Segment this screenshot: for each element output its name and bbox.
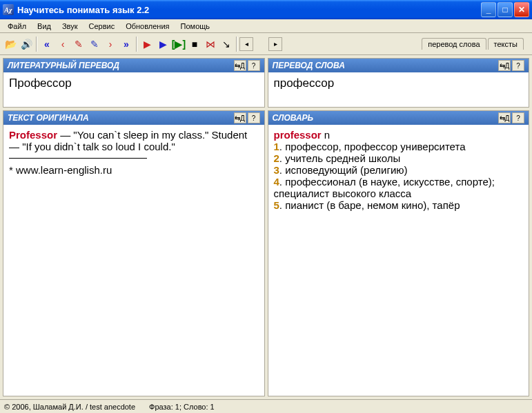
panel-wordtrans-help-button[interactable]: ?	[512, 60, 524, 71]
close-button[interactable]: ✕	[514, 2, 529, 17]
play-red-icon[interactable]: ▶	[139, 37, 155, 52]
panel-dictionary-title: СЛОВАРЬ	[273, 113, 497, 123]
panel-original-header: ТЕКСТ ОРИГИНАЛА ⇆Д ?	[3, 111, 264, 125]
open-icon[interactable]: 📂	[3, 37, 18, 52]
panel-literary-header: ЛИТЕРАТУРНЫЙ ПЕРЕВОД ⇆Д ?	[3, 59, 264, 72]
literary-text: Профессор	[9, 77, 72, 90]
panel-dictionary: СЛОВАРЬ ⇆Д ? professor n 1. профессор, п…	[268, 110, 530, 396]
nav-next-icon[interactable]: ›	[103, 37, 118, 52]
status-copyright: © 2006, Шаламай Д.И. / test anecdote	[4, 403, 135, 411]
menu-service[interactable]: Сервис	[84, 21, 120, 32]
wordtrans-text: профессор	[274, 77, 335, 90]
status-phrase: Фраза: 1; Слово: 1	[149, 403, 215, 411]
separator	[236, 37, 237, 52]
play-bracket-icon[interactable]: [▶]	[171, 37, 186, 52]
menu-file[interactable]: Файл	[3, 21, 31, 32]
panel-original: ТЕКСТ ОРИГИНАЛА ⇆Д ? Professor — "You ca…	[3, 110, 265, 396]
dict-num-3: 3	[274, 164, 279, 176]
panel-dictionary-body: professor n 1. профессор, профессор унив…	[268, 125, 529, 396]
dict-def-2: . учитель средней школы	[279, 152, 400, 164]
panel-wordtrans-swap-button[interactable]: ⇆Д	[498, 60, 511, 71]
statusbar: © 2006, Шаламай Д.И. / test anecdote Фра…	[0, 399, 532, 413]
panel-original-title: ТЕКСТ ОРИГИНАЛА	[8, 113, 233, 123]
scroll-left-button[interactable]: ◂	[239, 37, 253, 51]
panel-wordtrans: ПЕРЕВОД СЛОВА ⇆Д ? профессор	[268, 58, 530, 108]
content-grid: ЛИТЕРАТУРНЫЙ ПЕРЕВОД ⇆Д ? Профессор ПЕРЕ…	[0, 55, 532, 399]
flag-icon[interactable]: ↘	[219, 37, 234, 52]
panel-literary-help-button[interactable]: ?	[248, 60, 260, 71]
dict-def-3: . исповедующий (религию)	[279, 164, 408, 176]
dict-num-2: 2	[274, 152, 279, 164]
dict-num-4: 4	[274, 176, 279, 188]
separator-line	[9, 158, 147, 159]
panel-literary-body: Профессор	[3, 72, 264, 107]
maximize-button[interactable]: □	[497, 2, 513, 17]
scroll-right-button[interactable]: ▸	[268, 37, 282, 51]
mute-icon[interactable]: ⋈	[203, 37, 218, 52]
dict-pos: n	[322, 129, 331, 141]
panel-original-help-button[interactable]: ?	[248, 112, 260, 123]
dict-headword: professor	[274, 129, 322, 141]
panel-wordtrans-title: ПЕРЕВОД СЛОВА	[273, 61, 497, 70]
nav-last-icon[interactable]: »	[119, 37, 134, 52]
nav-first-icon[interactable]: «	[39, 37, 55, 52]
panel-dictionary-swap-button[interactable]: ⇆Д	[498, 112, 511, 123]
dict-def-4: . профессионал (в науке, искусстве, спор…	[274, 176, 495, 199]
dict-num-1: 1	[274, 141, 279, 152]
toolbar: 📂 🔊 « ‹ ✎ ✎ › » ▶ ▶ [▶] ■ ⋈ ↘ ◂ ▸ перево…	[0, 33, 532, 55]
tab-texts[interactable]: тексты	[488, 38, 524, 50]
dict-def-1: . профессор, профессор университета	[279, 141, 466, 152]
panel-literary: ЛИТЕРАТУРНЫЙ ПЕРЕВОД ⇆Д ? Профессор	[3, 58, 265, 108]
menu-help[interactable]: Помощь	[176, 21, 215, 32]
speaker-icon[interactable]: 🔊	[19, 37, 34, 52]
balloon-blue-icon[interactable]: ✎	[87, 37, 102, 52]
menubar: Файл Вид Звук Сервис Обновления Помощь	[0, 19, 532, 33]
dict-num-5: 5	[274, 199, 279, 211]
panel-original-body: Professor — "You can`t sleep in my class…	[3, 125, 264, 396]
original-highlight: Professor	[9, 129, 57, 141]
balloon-red-icon[interactable]: ✎	[71, 37, 86, 52]
separator	[136, 37, 137, 52]
panel-wordtrans-body: профессор	[268, 72, 529, 107]
window-title: Научитесь понимать язык 2.2	[17, 5, 481, 15]
panel-literary-swap-button[interactable]: ⇆Д	[234, 60, 246, 71]
tabs: перевод слова тексты	[422, 38, 529, 50]
titlebar: Aχ Научитесь понимать язык 2.2 _ □ ✕	[0, 0, 532, 19]
separator	[36, 37, 37, 52]
app-icon: Aχ	[3, 4, 14, 15]
minimize-button[interactable]: _	[481, 2, 496, 17]
panel-literary-title: ЛИТЕРАТУРНЫЙ ПЕРЕВОД	[8, 61, 233, 70]
menu-updates[interactable]: Обновления	[121, 21, 174, 32]
tab-word-translation[interactable]: перевод слова	[422, 38, 486, 50]
dict-def-5: . пианист (в баре, немом кино), тапёр	[279, 199, 460, 211]
stop-icon[interactable]: ■	[187, 37, 202, 52]
menu-view[interactable]: Вид	[32, 21, 56, 32]
original-footer: * www.learn-english.ru	[9, 164, 112, 176]
panel-wordtrans-header: ПЕРЕВОД СЛОВА ⇆Д ?	[268, 59, 529, 72]
nav-prev-icon[interactable]: ‹	[55, 37, 70, 52]
play-blue-icon[interactable]: ▶	[155, 37, 170, 52]
panel-original-swap-button[interactable]: ⇆Д	[234, 112, 246, 123]
panel-dictionary-help-button[interactable]: ?	[512, 112, 524, 123]
menu-sound[interactable]: Звук	[57, 21, 83, 32]
panel-dictionary-header: СЛОВАРЬ ⇆Д ?	[268, 111, 529, 125]
